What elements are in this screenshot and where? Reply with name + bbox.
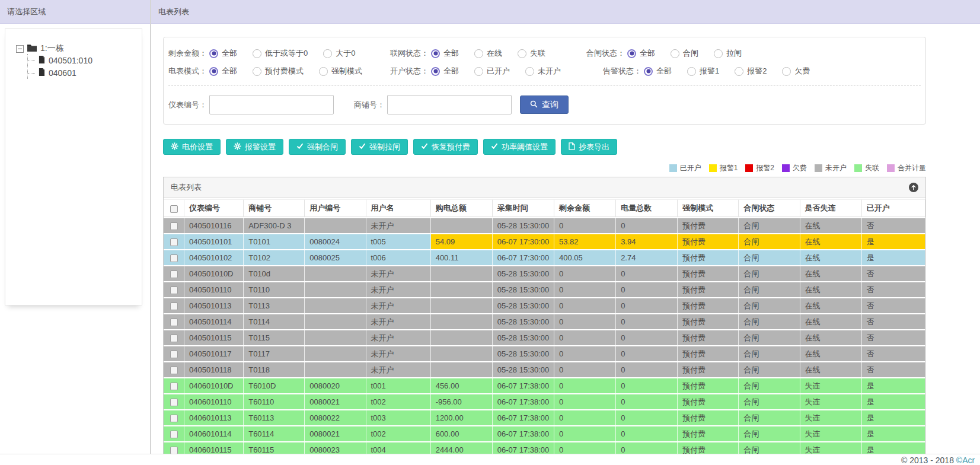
column-header-是否失连[interactable]: 是否失连: [800, 199, 862, 217]
radio-option[interactable]: 全部: [431, 48, 459, 59]
query-button[interactable]: 查询: [520, 95, 569, 114]
radio-option[interactable]: 未开户: [525, 66, 561, 77]
row-checkbox[interactable]: [170, 367, 178, 374]
gear-icon: [171, 142, 178, 152]
row-checkbox[interactable]: [170, 238, 178, 246]
main-area: 电表列表 剩余金额：全部低于或等于0大于0联网状态：全部在线失联合闸状态：全部合…: [151, 0, 980, 465]
filter-group-label: 告警状态：: [603, 66, 641, 77]
tree-leaf-label[interactable]: 040501:010: [49, 56, 92, 65]
radio-label: 在线: [487, 48, 502, 59]
table-row[interactable]: 0405010116ADF300-D 3未开户05-28 15:30:0000预…: [164, 218, 925, 233]
table-row[interactable]: 0405010114T0114未开户05-28 15:30:0000预付费合闸在…: [164, 314, 925, 329]
table-row[interactable]: 0405010117T0117未开户05-28 15:30:0000预付费合闸在…: [164, 346, 925, 361]
radio-option[interactable]: 全部: [627, 48, 655, 59]
cell: 预付费: [678, 250, 739, 265]
filter-group: 联网状态：全部在线失联: [390, 48, 586, 59]
legend-item: 合并计量: [887, 163, 926, 173]
radio-option[interactable]: 强制模式: [319, 66, 362, 77]
radio-option[interactable]: 低于或等于0: [253, 48, 308, 59]
folder-icon: [27, 44, 37, 53]
cell: [305, 266, 366, 281]
row-checkbox[interactable]: [170, 270, 178, 278]
meter-no-input[interactable]: [209, 95, 334, 114]
column-header-强制模式[interactable]: 强制模式: [678, 199, 739, 217]
row-checkbox[interactable]: [170, 302, 178, 310]
table-row[interactable]: 040501010DT010d未开户05-28 15:30:0000预付费合闸在…: [164, 266, 925, 281]
cell: 合闸: [739, 346, 800, 361]
column-header-商铺号[interactable]: 商铺号: [244, 199, 305, 217]
radio-option[interactable]: 报警1: [687, 66, 719, 77]
row-checkbox[interactable]: [170, 254, 178, 262]
row-checkbox[interactable]: [170, 415, 178, 422]
radio-option[interactable]: 拉闸: [714, 48, 742, 59]
table-row[interactable]: 0406010114T601140080021t002600.0006-07 1…: [164, 426, 925, 441]
action-button-恢复预付费[interactable]: 恢复预付费: [413, 139, 478, 155]
action-button-功率阈值设置[interactable]: 功率阈值设置: [483, 139, 556, 155]
action-button-电价设置[interactable]: 电价设置: [163, 139, 221, 155]
radio-option[interactable]: 失联: [518, 48, 545, 59]
cell: 未开户: [366, 314, 431, 329]
radio-option[interactable]: 已开户: [474, 66, 510, 77]
row-checkbox[interactable]: [170, 335, 178, 342]
radio-option[interactable]: 欠费: [782, 66, 810, 77]
cell: 是: [862, 426, 925, 441]
row-checkbox-cell: [164, 330, 184, 345]
table-row[interactable]: 0405010110T0110未开户05-28 15:30:0000预付费合闸在…: [164, 282, 925, 297]
radio-option[interactable]: 预付费模式: [253, 66, 304, 77]
action-button-强制拉闸[interactable]: 强制拉闸: [351, 139, 408, 155]
row-checkbox[interactable]: [170, 351, 178, 358]
tree-node-root[interactable]: 1:一栋: [16, 43, 138, 54]
row-checkbox[interactable]: [170, 383, 178, 390]
column-header-剩余金额[interactable]: 剩余金额: [554, 199, 616, 217]
radio-option[interactable]: 全部: [431, 66, 459, 77]
column-header-仪表编号[interactable]: 仪表编号: [184, 199, 244, 217]
table-row[interactable]: 0406010110T601100080021t002-956.0006-07 …: [164, 394, 925, 409]
cell: 06-07 17:38:00: [493, 410, 554, 425]
check-icon: [421, 142, 428, 151]
row-checkbox-cell: [164, 218, 184, 233]
radio-option[interactable]: 全部: [209, 48, 237, 59]
column-header-购电总额[interactable]: 购电总额: [431, 199, 493, 217]
column-header-用户编号[interactable]: 用户编号: [305, 199, 366, 217]
tree-leaf-label[interactable]: 040601: [49, 68, 76, 78]
table-row[interactable]: 0405010115T0115未开户05-28 15:30:0000预付费合闸在…: [164, 330, 925, 345]
column-header-用户名[interactable]: 用户名: [366, 199, 431, 217]
table-row[interactable]: 0405010113T0113未开户05-28 15:30:0000预付费合闸在…: [164, 298, 925, 313]
panel-collapse-icon[interactable]: [909, 183, 918, 192]
row-checkbox[interactable]: [170, 286, 178, 294]
row-checkbox[interactable]: [170, 431, 178, 438]
table-row[interactable]: 0405010101T01010080024t00554.0906-07 17:…: [164, 234, 925, 249]
tree-root-label[interactable]: 1:一栋: [40, 43, 64, 54]
select-all-checkbox[interactable]: [170, 205, 178, 213]
table-row[interactable]: 0406010113T601130080022t0031200.0006-07 …: [164, 410, 925, 425]
radio-option[interactable]: 合闸: [671, 48, 698, 59]
table-row[interactable]: 0405010118T0118未开户05-28 15:30:0000预付费合闸在…: [164, 362, 925, 377]
row-checkbox[interactable]: [170, 319, 178, 326]
column-header-已开户[interactable]: 已开户: [862, 199, 925, 217]
table-row[interactable]: 0405010102T01020080025t006400.1106-07 17…: [164, 250, 925, 265]
column-header-电量总数[interactable]: 电量总数: [616, 199, 678, 217]
action-button-报警设置[interactable]: 报警设置: [226, 139, 283, 155]
radio-option[interactable]: 报警2: [735, 66, 767, 77]
action-button-抄表导出[interactable]: 抄表导出: [561, 139, 617, 155]
tree-node-leaf[interactable]: 040501:010: [28, 54, 138, 66]
row-checkbox[interactable]: [170, 222, 178, 230]
tree-node-leaf[interactable]: 040601: [28, 66, 138, 79]
table-row[interactable]: 040601010DT6010D0080020t001456.0006-07 1…: [164, 378, 925, 393]
cell: [305, 362, 366, 377]
action-button-强制合闸[interactable]: 强制合闸: [289, 139, 346, 155]
radio-option[interactable]: 全部: [209, 66, 237, 77]
cell: 预付费: [678, 234, 739, 249]
radio-option[interactable]: 大于0: [323, 48, 355, 59]
column-header-采集时间[interactable]: 采集时间: [493, 199, 554, 217]
tree-collapse-icon[interactable]: [16, 45, 24, 53]
radio-option[interactable]: 全部: [644, 66, 672, 77]
row-checkbox-cell: [164, 282, 184, 297]
column-header-合闸状态[interactable]: 合闸状态: [739, 199, 800, 217]
cell: 合闸: [739, 266, 800, 281]
cell: 400.05: [554, 250, 616, 265]
cell: T60113: [244, 410, 305, 425]
radio-option[interactable]: 在线: [474, 48, 502, 59]
row-checkbox[interactable]: [170, 399, 178, 406]
shop-no-input[interactable]: [387, 95, 512, 114]
